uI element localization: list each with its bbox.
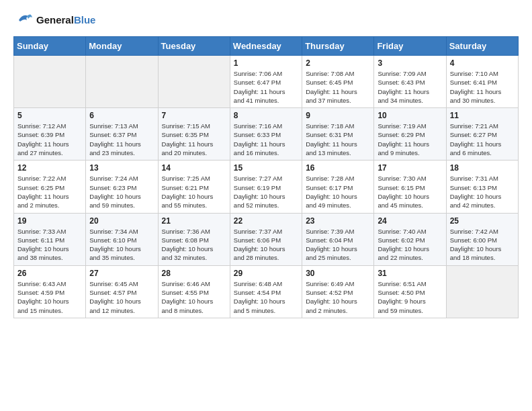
day-info: Sunrise: 7:16 AM Sunset: 6:33 PM Dayligh…	[234, 122, 298, 157]
day-number: 21	[162, 216, 226, 226]
day-info: Sunrise: 7:22 AM Sunset: 6:25 PM Dayligh…	[17, 174, 82, 210]
calendar-cell: 29Sunrise: 6:48 AM Sunset: 4:54 PM Dayli…	[230, 265, 302, 318]
calendar-cell: 15Sunrise: 7:27 AM Sunset: 6:19 PM Dayli…	[230, 161, 302, 213]
calendar-cell: 7Sunrise: 7:15 AM Sunset: 6:35 PM Daylig…	[158, 108, 230, 161]
day-info: Sunrise: 7:40 AM Sunset: 6:02 PM Dayligh…	[378, 227, 442, 263]
calendar-cell: 25Sunrise: 7:42 AM Sunset: 6:00 PM Dayli…	[446, 213, 518, 265]
day-info: Sunrise: 7:10 AM Sunset: 6:41 PM Dayligh…	[450, 69, 515, 105]
day-number: 20	[89, 216, 154, 226]
day-info: Sunrise: 7:28 AM Sunset: 6:17 PM Dayligh…	[306, 174, 370, 210]
day-info: Sunrise: 7:36 AM Sunset: 6:08 PM Dayligh…	[162, 227, 226, 263]
calendar-cell: 13Sunrise: 7:24 AM Sunset: 6:23 PM Dayli…	[86, 161, 158, 213]
calendar-cell: 24Sunrise: 7:40 AM Sunset: 6:02 PM Dayli…	[374, 213, 446, 265]
page: GeneralBlue SundayMondayTuesdayWednesday…	[0, 0, 532, 411]
day-number: 27	[89, 269, 154, 278]
calendar-cell	[14, 56, 86, 108]
day-info: Sunrise: 7:37 AM Sunset: 6:06 PM Dayligh…	[234, 227, 298, 263]
day-number: 26	[17, 269, 82, 278]
calendar-cell: 10Sunrise: 7:19 AM Sunset: 6:29 PM Dayli…	[374, 108, 446, 161]
weekday-header: Friday	[374, 37, 446, 56]
calendar-cell: 1Sunrise: 7:06 AM Sunset: 6:47 PM Daylig…	[230, 56, 302, 108]
calendar-cell: 18Sunrise: 7:31 AM Sunset: 6:13 PM Dayli…	[446, 161, 518, 213]
weekday-header: Monday	[86, 37, 158, 56]
day-number: 4	[450, 58, 515, 68]
calendar-week-row: 5Sunrise: 7:12 AM Sunset: 6:39 PM Daylig…	[14, 108, 519, 161]
calendar-cell: 8Sunrise: 7:16 AM Sunset: 6:33 PM Daylig…	[230, 108, 302, 161]
calendar-cell	[446, 265, 518, 318]
day-number: 24	[378, 216, 442, 226]
day-number: 12	[17, 163, 82, 173]
day-number: 2	[306, 58, 370, 68]
weekday-header: Wednesday	[230, 37, 302, 56]
calendar-cell: 5Sunrise: 7:12 AM Sunset: 6:39 PM Daylig…	[14, 108, 86, 161]
calendar-cell	[158, 56, 230, 108]
day-number: 10	[378, 111, 442, 120]
calendar-cell: 3Sunrise: 7:09 AM Sunset: 6:43 PM Daylig…	[374, 56, 446, 108]
day-info: Sunrise: 7:42 AM Sunset: 6:00 PM Dayligh…	[450, 227, 515, 263]
day-number: 7	[162, 111, 226, 120]
weekday-header: Tuesday	[158, 37, 230, 56]
calendar-cell: 14Sunrise: 7:25 AM Sunset: 6:21 PM Dayli…	[158, 161, 230, 213]
calendar-week-row: 26Sunrise: 6:43 AM Sunset: 4:59 PM Dayli…	[14, 265, 519, 318]
calendar-cell: 26Sunrise: 6:43 AM Sunset: 4:59 PM Dayli…	[14, 265, 86, 318]
weekday-header: Thursday	[302, 37, 374, 56]
day-info: Sunrise: 7:34 AM Sunset: 6:10 PM Dayligh…	[89, 227, 154, 263]
calendar: SundayMondayTuesdayWednesdayThursdayFrid…	[13, 36, 519, 318]
day-number: 14	[162, 163, 226, 173]
day-info: Sunrise: 7:15 AM Sunset: 6:35 PM Dayligh…	[162, 122, 226, 157]
day-number: 5	[17, 111, 82, 120]
day-info: Sunrise: 7:12 AM Sunset: 6:39 PM Dayligh…	[17, 122, 82, 157]
calendar-cell: 2Sunrise: 7:08 AM Sunset: 6:45 PM Daylig…	[302, 56, 374, 108]
day-number: 17	[378, 163, 442, 173]
calendar-cell: 27Sunrise: 6:45 AM Sunset: 4:57 PM Dayli…	[86, 265, 158, 318]
day-info: Sunrise: 7:09 AM Sunset: 6:43 PM Dayligh…	[378, 69, 442, 105]
day-number: 1	[234, 58, 298, 68]
day-info: Sunrise: 7:25 AM Sunset: 6:21 PM Dayligh…	[162, 174, 226, 210]
calendar-cell: 20Sunrise: 7:34 AM Sunset: 6:10 PM Dayli…	[86, 213, 158, 265]
weekday-header: Saturday	[446, 37, 518, 56]
day-number: 9	[306, 111, 370, 120]
day-info: Sunrise: 7:08 AM Sunset: 6:45 PM Dayligh…	[306, 69, 370, 105]
calendar-cell: 30Sunrise: 6:49 AM Sunset: 4:52 PM Dayli…	[302, 265, 374, 318]
day-info: Sunrise: 7:27 AM Sunset: 6:19 PM Dayligh…	[234, 174, 298, 210]
calendar-cell: 23Sunrise: 7:39 AM Sunset: 6:04 PM Dayli…	[302, 213, 374, 265]
day-number: 28	[162, 269, 226, 278]
day-info: Sunrise: 6:45 AM Sunset: 4:57 PM Dayligh…	[89, 279, 154, 315]
day-info: Sunrise: 7:18 AM Sunset: 6:31 PM Dayligh…	[306, 122, 370, 157]
day-number: 13	[89, 163, 154, 173]
day-info: Sunrise: 7:39 AM Sunset: 6:04 PM Dayligh…	[306, 227, 370, 263]
day-info: Sunrise: 6:51 AM Sunset: 4:50 PM Dayligh…	[378, 279, 442, 315]
calendar-cell: 28Sunrise: 6:46 AM Sunset: 4:55 PM Dayli…	[158, 265, 230, 318]
day-number: 18	[450, 163, 515, 173]
day-info: Sunrise: 6:46 AM Sunset: 4:55 PM Dayligh…	[162, 279, 226, 315]
calendar-cell: 16Sunrise: 7:28 AM Sunset: 6:17 PM Dayli…	[302, 161, 374, 213]
day-number: 8	[234, 111, 298, 120]
day-number: 15	[234, 163, 298, 173]
day-number: 29	[234, 269, 298, 278]
calendar-cell: 11Sunrise: 7:21 AM Sunset: 6:27 PM Dayli…	[446, 108, 518, 161]
weekday-header-row: SundayMondayTuesdayWednesdayThursdayFrid…	[14, 37, 519, 56]
logo-bird-icon	[13, 11, 34, 30]
calendar-cell: 21Sunrise: 7:36 AM Sunset: 6:08 PM Dayli…	[158, 213, 230, 265]
calendar-cell: 22Sunrise: 7:37 AM Sunset: 6:06 PM Dayli…	[230, 213, 302, 265]
calendar-cell	[86, 56, 158, 108]
day-info: Sunrise: 6:49 AM Sunset: 4:52 PM Dayligh…	[306, 279, 370, 315]
calendar-cell: 17Sunrise: 7:30 AM Sunset: 6:15 PM Dayli…	[374, 161, 446, 213]
day-number: 3	[378, 58, 442, 68]
day-number: 30	[306, 269, 370, 278]
day-number: 6	[89, 111, 154, 120]
weekday-header: Sunday	[14, 37, 86, 56]
day-info: Sunrise: 7:24 AM Sunset: 6:23 PM Dayligh…	[89, 174, 154, 210]
day-info: Sunrise: 7:13 AM Sunset: 6:37 PM Dayligh…	[89, 122, 154, 157]
calendar-cell: 12Sunrise: 7:22 AM Sunset: 6:25 PM Dayli…	[14, 161, 86, 213]
day-info: Sunrise: 7:06 AM Sunset: 6:47 PM Dayligh…	[234, 69, 298, 105]
day-number: 22	[234, 216, 298, 226]
day-number: 16	[306, 163, 370, 173]
day-info: Sunrise: 7:19 AM Sunset: 6:29 PM Dayligh…	[378, 122, 442, 157]
day-info: Sunrise: 6:48 AM Sunset: 4:54 PM Dayligh…	[234, 279, 298, 315]
day-number: 31	[378, 269, 442, 278]
day-number: 23	[306, 216, 370, 226]
day-info: Sunrise: 7:21 AM Sunset: 6:27 PM Dayligh…	[450, 122, 515, 157]
day-info: Sunrise: 7:30 AM Sunset: 6:15 PM Dayligh…	[378, 174, 442, 210]
day-info: Sunrise: 6:43 AM Sunset: 4:59 PM Dayligh…	[17, 279, 82, 315]
